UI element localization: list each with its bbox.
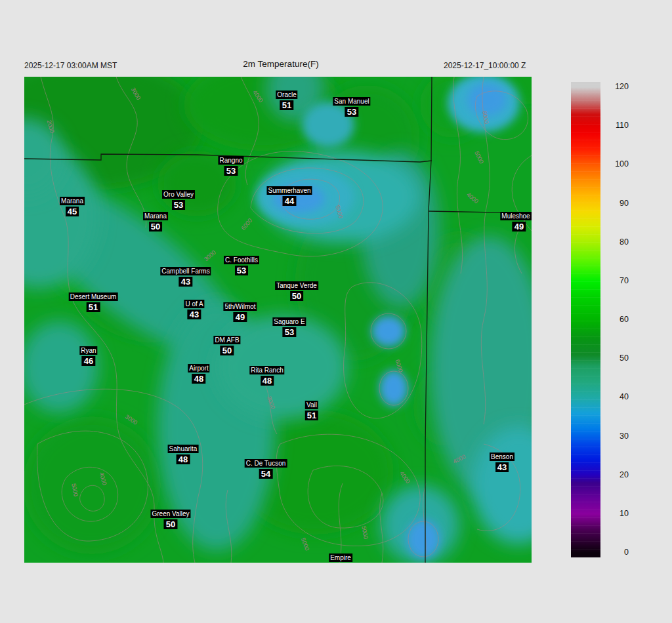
colorbar-tick: 100 <box>605 159 629 169</box>
temperature-map: 2000300040006000300050004000600050006000… <box>24 77 532 563</box>
station: Green Valley50 <box>150 510 190 529</box>
station-name-label: Green Valley <box>150 510 190 518</box>
colorbar-step-banding <box>571 82 600 557</box>
station-name-label: Benson <box>490 452 514 461</box>
station-name-label: Tanque Verde <box>275 281 318 290</box>
station-name-label: Muleshoe R <box>500 212 532 220</box>
station-name-label: Oracle <box>276 90 297 99</box>
station-name-label: Marana <box>60 197 85 205</box>
station-value-label: 53 <box>224 166 238 176</box>
station-value-label: 50 <box>290 291 303 301</box>
station-value-label: 43 <box>188 310 201 319</box>
station-value-label: 48 <box>177 454 190 464</box>
station-name-label: 5th/Wilmot <box>223 302 257 311</box>
station-name-label: Vail <box>305 401 318 409</box>
colorbar-tick: 20 <box>605 470 629 479</box>
station-value-label: 50 <box>164 519 177 529</box>
station-name-label: Summerhaven <box>266 186 312 195</box>
station-name-label: Campbell Farms <box>160 267 211 275</box>
station-value-label: 49 <box>513 222 526 231</box>
station: Campbell Farms43 <box>160 267 211 287</box>
station-value-label: 53 <box>283 327 296 337</box>
station: San Manuel53 <box>333 97 370 117</box>
station: Rangno53 <box>218 156 243 176</box>
station-name-label: Ryan <box>79 346 97 355</box>
station-value-label: 49 <box>234 312 247 322</box>
station-value-label: 50 <box>149 222 162 231</box>
station-value-label: 48 <box>261 376 274 386</box>
colorbar-tick: 90 <box>605 199 629 208</box>
station-value-label: 43 <box>179 277 192 287</box>
station: Vail51 <box>305 401 318 420</box>
colorbar-tick: 120 <box>605 82 629 91</box>
station: Muleshoe R49 <box>500 212 532 231</box>
station: Marana50 <box>143 212 168 231</box>
station-value-label: 45 <box>66 207 79 216</box>
station-name-label: Desert Museum <box>69 292 118 301</box>
station-value-label: 51 <box>280 100 293 110</box>
station: Saguaro E53 <box>272 317 306 337</box>
station: C. Foothills53 <box>224 256 259 275</box>
colorbar-tick: 40 <box>605 392 629 401</box>
station: DM AFB50 <box>213 336 240 355</box>
colorbar-tick: 0 <box>605 548 629 557</box>
station: Oro Valley53 <box>162 190 195 210</box>
station: Summerhaven44 <box>266 186 312 206</box>
station: Oracle51 <box>276 90 297 110</box>
colorbar-tick: 50 <box>605 353 629 363</box>
station-value-label: 48 <box>192 374 205 384</box>
station-value-label: 53 <box>172 200 185 210</box>
station-name-label: C. De Tucson <box>245 459 287 468</box>
station-name-label: Oro Valley <box>162 190 195 199</box>
station-name-label: Rangno <box>218 156 243 165</box>
station-value-label: 53 <box>235 266 248 275</box>
station: Rita Ranch48 <box>249 366 284 386</box>
station: Desert Museum51 <box>69 292 118 312</box>
station-label-layer: Oracle51San Manuel53Rangno53Marana45Oro … <box>24 77 532 563</box>
station: Airport48 <box>188 364 209 384</box>
colorbar-tick: 30 <box>605 432 629 441</box>
station: Empire <box>329 553 352 562</box>
station: U of A43 <box>184 300 204 319</box>
station-name-label: Airport <box>188 364 209 372</box>
colorbar-tick: 70 <box>605 276 629 285</box>
station-value-label: 46 <box>82 356 95 366</box>
station-value-label: 44 <box>283 196 296 206</box>
station-value-label: 53 <box>345 107 358 117</box>
station-name-label: Marana <box>143 212 168 220</box>
station-name-label: DM AFB <box>213 336 240 344</box>
colorbar-tick: 110 <box>605 121 629 130</box>
station: Sahuarita48 <box>168 445 199 464</box>
station-name-label: C. Foothills <box>224 256 259 264</box>
temperature-colorbar: 1201101009080706050403020100 <box>571 82 650 557</box>
station-name-label: U of A <box>184 300 204 308</box>
station-name-label: Empire <box>329 553 352 562</box>
colorbar-tick: 80 <box>605 237 629 247</box>
station: Marana45 <box>60 197 85 216</box>
station-value-label: 51 <box>87 302 100 312</box>
station: 5th/Wilmot49 <box>223 302 257 322</box>
station: Benson43 <box>490 452 514 472</box>
station: C. De Tucson54 <box>245 459 287 479</box>
station: Tanque Verde50 <box>275 281 318 301</box>
station-value-label: 54 <box>259 469 272 479</box>
station-name-label: Saguaro E <box>272 317 306 326</box>
station-name-label: San Manuel <box>333 97 370 106</box>
station-value-label: 51 <box>305 411 318 420</box>
station-name-label: Rita Ranch <box>249 366 284 374</box>
weather-map-page: 2025-12-17 03:00AM MST 2m Temperature(F)… <box>0 0 672 623</box>
station-value-label: 50 <box>220 346 234 355</box>
station-name-label: Sahuarita <box>168 445 199 453</box>
colorbar-tick: 10 <box>605 509 629 518</box>
valid-time-utc: 2025-12-17_10:00:00 Z <box>444 61 526 70</box>
station: Ryan46 <box>79 346 97 366</box>
colorbar-tick: 60 <box>605 315 629 324</box>
station-value-label: 43 <box>495 462 509 472</box>
